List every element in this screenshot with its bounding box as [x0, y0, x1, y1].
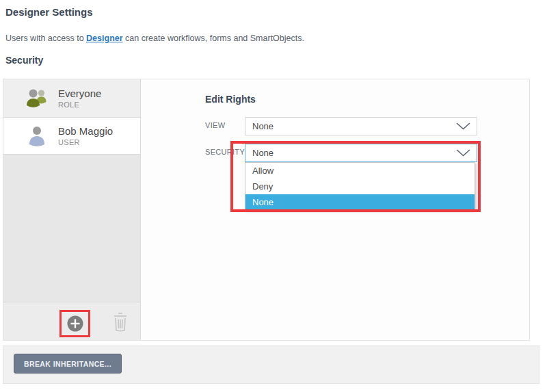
dropdown-option-none[interactable]: None	[245, 194, 475, 210]
identity-list-toolbar	[3, 302, 140, 340]
add-button-highlight-box	[59, 310, 90, 337]
identity-type: ROLE	[58, 101, 101, 109]
view-field-label: VIEW	[205, 121, 225, 129]
identity-name: Everyone	[58, 88, 101, 100]
security-panel: Everyone ROLE Bob Maggio USER	[3, 79, 530, 341]
list-item-bob-maggio[interactable]: Bob Maggio USER	[3, 118, 140, 155]
view-select[interactable]: None	[245, 117, 477, 135]
identity-name: Bob Maggio	[58, 125, 113, 138]
security-select-value: None	[252, 148, 456, 158]
security-section-title: Security	[5, 55, 43, 66]
view-select-value: None	[252, 121, 456, 131]
list-item-text: Everyone ROLE	[58, 88, 101, 109]
add-user-button[interactable]	[66, 315, 84, 333]
trash-icon	[111, 312, 130, 332]
page-description: Users with access to Designer can create…	[5, 34, 304, 43]
security-field-label: SECURITY	[205, 148, 245, 156]
designer-link[interactable]: Designer	[86, 34, 123, 43]
chevron-down-icon	[456, 149, 470, 157]
page-title: Designer Settings	[5, 6, 93, 18]
description-text-after: can create workflows, forms and SmartObj…	[123, 34, 304, 43]
role-group-icon	[25, 87, 49, 110]
list-item-text: Bob Maggio USER	[58, 125, 113, 146]
user-icon	[25, 125, 49, 147]
delete-user-button[interactable]	[111, 311, 130, 332]
dropdown-option-deny[interactable]: Deny	[245, 179, 475, 194]
security-dropdown-list: Allow Deny None	[245, 162, 475, 211]
edit-rights-title: Edit Rights	[205, 94, 256, 105]
footer-bar: BREAK INHERITANCE...	[3, 345, 539, 384]
break-inheritance-button[interactable]: BREAK INHERITANCE...	[14, 354, 122, 374]
list-item-everyone[interactable]: Everyone ROLE	[3, 79, 140, 118]
plus-circle-icon	[66, 315, 84, 332]
dropdown-option-allow[interactable]: Allow	[245, 163, 475, 179]
identity-list: Everyone ROLE Bob Maggio USER	[3, 79, 141, 340]
security-select[interactable]: None	[245, 144, 477, 162]
description-text-before: Users with access to	[5, 34, 86, 43]
chevron-down-icon	[456, 122, 470, 130]
edit-rights-panel: Edit Rights VIEW None SECURITY None Allo…	[141, 79, 529, 340]
identity-list-empty-area	[3, 155, 140, 302]
identity-type: USER	[58, 138, 113, 146]
